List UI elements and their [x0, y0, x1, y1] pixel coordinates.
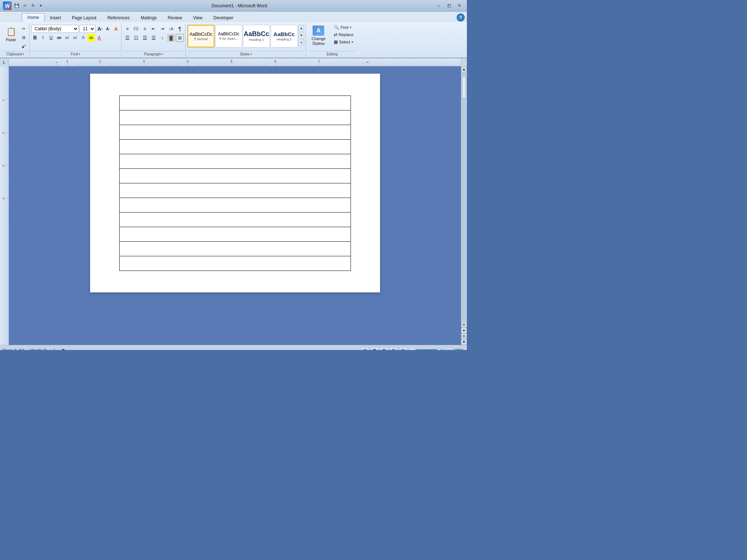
scroll-up-button[interactable]: ▲: [461, 66, 467, 72]
table-cell[interactable]: [119, 154, 351, 169]
scroll-down-button[interactable]: ▼: [461, 339, 467, 345]
spell-check-icon[interactable]: ✓: [52, 348, 55, 350]
table-row[interactable]: [119, 140, 351, 154]
scroll-track[interactable]: [461, 73, 467, 321]
table-row[interactable]: [119, 213, 351, 227]
table-row[interactable]: [119, 256, 351, 271]
text-effects-button[interactable]: A: [80, 34, 87, 41]
table-cell[interactable]: [119, 213, 351, 227]
table-row[interactable]: [119, 169, 351, 183]
save-quick-btn[interactable]: 💾: [13, 2, 20, 9]
draft-button[interactable]: ▤: [399, 347, 407, 350]
tab-review[interactable]: Review: [162, 13, 187, 22]
align-center-button[interactable]: ☷: [132, 34, 140, 42]
page-info[interactable]: Page: 1 of 1: [3, 348, 24, 350]
close-button[interactable]: ✕: [454, 2, 464, 9]
scroll-select-browse[interactable]: ●: [461, 327, 467, 333]
style-nospacing[interactable]: AaBbCcDc ¶ No Spaci...: [215, 25, 242, 47]
show-marks-button[interactable]: ¶: [176, 25, 184, 33]
zoom-level[interactable]: 100%: [454, 348, 464, 350]
align-left-button[interactable]: ☰: [123, 34, 131, 42]
paste-button[interactable]: 📋 Paste: [3, 25, 19, 43]
table-cell[interactable]: [119, 125, 351, 140]
italic-button[interactable]: I: [39, 34, 47, 41]
font-clear-button[interactable]: A: [112, 25, 120, 32]
style-normal[interactable]: AaBbCcDc ¶ Normal: [187, 25, 214, 47]
replace-button[interactable]: ⇄ Replace: [332, 31, 356, 38]
table-row[interactable]: [119, 183, 351, 198]
table-row[interactable]: [119, 110, 351, 125]
undo-quick-btn[interactable]: ↩: [21, 2, 28, 9]
paragraph-expand[interactable]: ▾: [162, 52, 163, 56]
table-cell[interactable]: [119, 96, 351, 110]
numbering-button[interactable]: ⑴: [132, 25, 140, 33]
help-button[interactable]: ?: [457, 13, 465, 22]
app-icon[interactable]: W: [3, 1, 12, 10]
increase-indent-button[interactable]: ⇥: [158, 25, 166, 33]
word-count[interactable]: Words: 0: [30, 348, 46, 350]
zoom-out-button[interactable]: ─: [409, 347, 414, 350]
format-painter-button[interactable]: 🖌: [20, 42, 28, 50]
select-dropdown[interactable]: ▾: [352, 40, 353, 44]
superscript-button[interactable]: x2: [71, 34, 79, 41]
zoom-slider[interactable]: [416, 349, 445, 350]
restore-button[interactable]: ⧠: [444, 2, 454, 9]
font-color-button[interactable]: A: [96, 34, 103, 41]
justify-button[interactable]: ☰: [150, 34, 158, 42]
outline-button[interactable]: ▤: [390, 347, 398, 350]
scroll-next-page[interactable]: ⊙: [461, 333, 467, 339]
strikethrough-button[interactable]: ab: [55, 34, 63, 41]
multilevel-button[interactable]: ≡: [141, 25, 149, 33]
font-family-selector[interactable]: Calibri (Body): [31, 25, 79, 33]
underline-button[interactable]: U: [47, 34, 55, 41]
highlight-button[interactable]: ab: [88, 34, 95, 41]
tab-view[interactable]: View: [187, 13, 208, 22]
line-spacing-button[interactable]: ↕: [158, 34, 166, 42]
decrease-indent-button[interactable]: ⇤: [150, 25, 158, 33]
align-right-button[interactable]: ☰: [141, 34, 149, 42]
styles-expand[interactable]: ▾: [251, 52, 252, 56]
document-page[interactable]: [90, 74, 380, 292]
font-shrink-button[interactable]: A-: [104, 25, 112, 32]
find-dropdown[interactable]: ▾: [350, 26, 351, 29]
quick-access-dropdown[interactable]: ▾: [37, 2, 44, 9]
zoom-knob[interactable]: [437, 349, 441, 350]
table-row[interactable]: [119, 96, 351, 110]
copy-button[interactable]: ⧉: [20, 34, 28, 42]
language-button[interactable]: 🖹: [61, 348, 65, 350]
minimize-button[interactable]: ─: [434, 2, 444, 9]
table-row[interactable]: [119, 242, 351, 256]
table-row[interactable]: [119, 125, 351, 140]
styles-down-arrow[interactable]: ▼: [298, 32, 304, 39]
tab-home[interactable]: Home: [22, 13, 44, 22]
bullets-button[interactable]: ≡: [123, 25, 131, 33]
style-heading2[interactable]: AaBbCc Heading 2: [271, 25, 298, 47]
table-cell[interactable]: [119, 227, 351, 242]
tab-mailings[interactable]: Mailings: [135, 13, 162, 22]
vertical-scrollbar[interactable]: ▲ ⊙ ● ⊙ ▼: [461, 66, 467, 345]
cut-button[interactable]: ✂: [20, 25, 28, 33]
ruler-corner[interactable]: L: [0, 58, 9, 66]
styles-up-arrow[interactable]: ▲: [298, 25, 304, 31]
table-cell[interactable]: [119, 256, 351, 271]
tab-developer[interactable]: Developer: [208, 13, 239, 22]
zoom-in-button[interactable]: +: [446, 347, 452, 350]
table-cell[interactable]: [119, 140, 351, 154]
clipboard-expand[interactable]: ▾: [23, 52, 24, 56]
sort-button[interactable]: ↕A: [167, 25, 175, 33]
styles-expand-arrow[interactable]: ▾: [298, 39, 304, 46]
subscript-button[interactable]: x2: [63, 34, 71, 41]
full-reading-button[interactable]: ▦: [371, 347, 379, 350]
table-cell[interactable]: [119, 242, 351, 256]
bold-button[interactable]: B: [31, 34, 39, 41]
scroll-thumb[interactable]: [462, 76, 466, 98]
style-heading1[interactable]: AaBbCc Heading 1: [243, 25, 270, 47]
tab-pagelayout[interactable]: Page Layout: [66, 13, 102, 22]
table-cell[interactable]: [119, 169, 351, 183]
find-button[interactable]: 🔍 Find ▾: [332, 24, 356, 31]
table-row[interactable]: [119, 154, 351, 169]
web-layout-button[interactable]: ▧: [380, 347, 388, 350]
tab-references[interactable]: References: [102, 13, 135, 22]
font-size-selector[interactable]: 11: [80, 25, 96, 33]
table-cell[interactable]: [119, 110, 351, 125]
